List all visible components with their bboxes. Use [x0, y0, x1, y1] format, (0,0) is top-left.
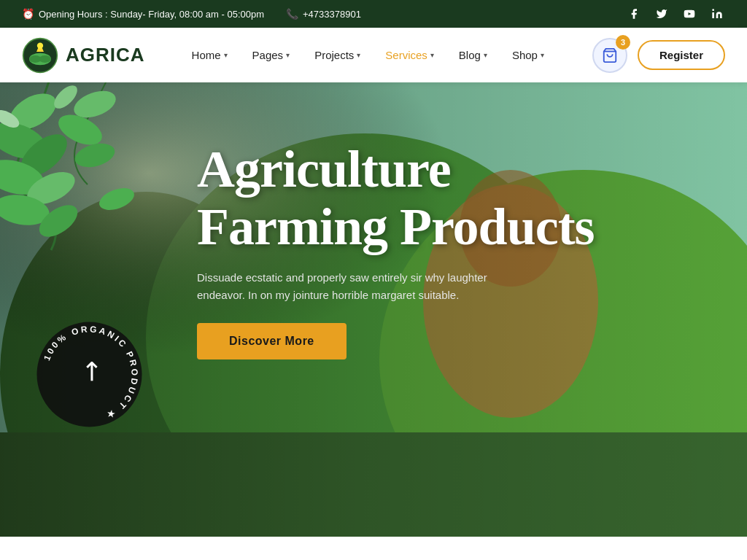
hero-title: Agriculture Farming Products	[197, 141, 595, 256]
nav-projects-label: Projects	[314, 49, 354, 61]
chevron-down-icon: ▾	[484, 51, 487, 59]
svg-point-6	[37, 42, 43, 48]
chevron-down-icon: ▾	[430, 51, 434, 59]
phone-number: +4733378901	[303, 9, 361, 20]
facebook-icon[interactable]	[626, 6, 642, 22]
nav-projects[interactable]: Projects ▾	[304, 43, 371, 67]
hero-content: Agriculture Farming Products Dissuade ec…	[197, 141, 595, 359]
social-links	[626, 6, 725, 22]
organic-badge: ↗ 100% ORGANIC PRODUCT ★	[33, 318, 146, 431]
svg-point-0	[712, 9, 714, 11]
cart-badge: 3	[616, 35, 630, 50]
youtube-icon[interactable]	[681, 6, 697, 22]
logo-text: AGRICA	[66, 44, 145, 66]
chevron-down-icon: ▾	[541, 51, 544, 59]
chevron-down-icon: ▾	[286, 51, 290, 59]
navbar: AGRICA Home ▾ Pages ▾ Projects ▾ Service…	[0, 28, 747, 82]
nav-home[interactable]: Home ▾	[182, 43, 238, 67]
nav-links: Home ▾ Pages ▾ Projects ▾ Services ▾ Blo…	[182, 43, 592, 67]
hero-title-line2: Farming Products	[197, 198, 595, 256]
opening-hours-text: Opening Hours : Sunday- Friday, 08:00 am…	[39, 9, 264, 20]
chevron-down-icon: ▾	[224, 51, 228, 59]
hero-title-line1: Agriculture	[197, 141, 595, 198]
clock-icon: ⏰	[22, 8, 34, 20]
phone-icon: 📞	[286, 8, 298, 20]
nav-shop[interactable]: Shop ▾	[502, 43, 554, 67]
chevron-down-icon: ▾	[357, 51, 360, 59]
cart-button[interactable]: 3	[592, 38, 627, 73]
discover-more-button[interactable]: Discover More	[197, 323, 347, 359]
nav-services[interactable]: Services ▾	[375, 43, 444, 67]
top-bar: ⏰ Opening Hours : Sunday- Friday, 08:00 …	[0, 0, 747, 28]
nav-pages-label: Pages	[252, 49, 284, 61]
nav-home-label: Home	[192, 49, 221, 61]
nav-blog-label: Blog	[459, 49, 481, 61]
nav-services-label: Services	[385, 49, 427, 61]
nav-pages[interactable]: Pages ▾	[242, 43, 301, 67]
nav-blog[interactable]: Blog ▾	[449, 43, 498, 67]
linkedin-icon[interactable]	[709, 6, 725, 22]
svg-point-4	[39, 55, 51, 63]
nav-shop-label: Shop	[512, 49, 538, 61]
logo[interactable]: AGRICA	[22, 37, 145, 74]
hero-section: ↗ 100% ORGANIC PRODUCT ★ Agriculture Far…	[0, 82, 747, 537]
opening-hours-item: ⏰ Opening Hours : Sunday- Friday, 08:00 …	[22, 8, 264, 20]
register-button[interactable]: Register	[638, 40, 725, 70]
nav-actions: 3 Register	[592, 38, 725, 73]
twitter-icon[interactable]	[654, 6, 670, 22]
logo-svg	[22, 37, 58, 74]
phone-item[interactable]: 📞 +4733378901	[286, 8, 361, 20]
hero-subtitle: Dissuade ecstatic and properly saw entir…	[197, 269, 533, 304]
cart-icon	[602, 47, 618, 63]
top-bar-left: ⏰ Opening Hours : Sunday- Friday, 08:00 …	[22, 8, 361, 20]
